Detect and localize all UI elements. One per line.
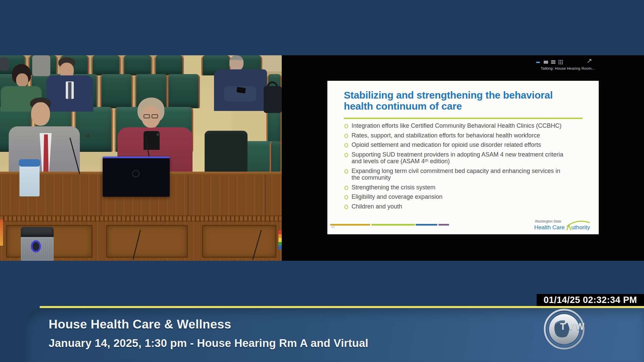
phone-man-head bbox=[229, 55, 244, 71]
hca-logo-swoosh-icon bbox=[567, 220, 591, 227]
desk-panel bbox=[106, 225, 188, 258]
slide-number: 41 bbox=[331, 225, 335, 229]
audience-chair bbox=[167, 74, 200, 108]
speaker-woman-glasses-right bbox=[152, 114, 158, 118]
desk-seam bbox=[101, 175, 101, 216]
presentation-slide: Stabilizing and strengthening the behavi… bbox=[327, 81, 599, 234]
video-row: Talking: House Hearing Room... Stabilizi… bbox=[0, 55, 644, 261]
audience-chair bbox=[123, 55, 152, 75]
hca-logo-healthcare-text: Health Care bbox=[534, 224, 565, 231]
audience-chair bbox=[91, 55, 121, 75]
fullscreen-expand-icon[interactable] bbox=[586, 58, 592, 64]
slide-title-underline bbox=[344, 118, 583, 119]
slide-title: Stabilizing and strengthening the behavi… bbox=[344, 89, 580, 112]
slide-bullet-list: Integration efforts like Certified Commu… bbox=[344, 122, 569, 213]
laptop-logo bbox=[132, 170, 140, 177]
slide-bullet: Eligibility and coverage expansion bbox=[344, 193, 569, 200]
presentation-share-video: Talking: House Hearing Room... Stabilizi… bbox=[282, 55, 644, 261]
slide-accent-bar-blue bbox=[416, 224, 437, 226]
slide-bullet: Rates, support, and stabilization effort… bbox=[344, 132, 569, 139]
left-edge-object bbox=[0, 220, 3, 246]
hca-logo-name: Health Care uthority bbox=[534, 224, 590, 230]
air-purifier-grille bbox=[21, 227, 54, 237]
hearing-room-video bbox=[0, 55, 282, 261]
slide-bullet: Children and youth bbox=[344, 203, 569, 210]
tvw-logo-text: TVW bbox=[560, 322, 586, 332]
microphone-tip bbox=[156, 133, 159, 136]
slide-bullet: Integration efforts like Certified Commu… bbox=[344, 122, 569, 129]
timestamp-overlay: 01/14/25 02:32:34 PM bbox=[537, 294, 644, 306]
slide-bullet: Supporting SUD treatment providers in ad… bbox=[344, 151, 569, 165]
slide-accent-bar-lime bbox=[371, 224, 415, 226]
active-view-dash-icon[interactable] bbox=[536, 62, 540, 63]
broadcast-frame: Talking: House Hearing Room... Stabilizi… bbox=[0, 0, 644, 362]
audience-woman-face bbox=[16, 73, 28, 87]
hca-logo: Washington State Health Care uthority bbox=[534, 220, 590, 230]
speaker-woman-glasses-left bbox=[144, 114, 150, 118]
rainbow-cup bbox=[278, 230, 282, 250]
audience-person-head bbox=[0, 57, 9, 71]
speaker-man-tie bbox=[43, 134, 49, 174]
desk-panel bbox=[202, 225, 276, 258]
tvw-logo: TVW bbox=[543, 308, 600, 353]
split-view-icon-bar2 bbox=[551, 62, 555, 64]
grid-view-icon[interactable] bbox=[558, 60, 563, 64]
talking-indicator-label: Talking: House Hearing Room... bbox=[541, 66, 595, 70]
view-controls bbox=[536, 59, 603, 66]
desk-seam bbox=[188, 175, 189, 216]
desk-molding bbox=[0, 216, 282, 222]
audience-chair bbox=[154, 55, 184, 75]
committee-title: House Health Care & Wellness bbox=[49, 317, 231, 331]
timestamp-text: 01/14/25 02:32:34 PM bbox=[544, 295, 637, 305]
speaker-man-face bbox=[31, 102, 50, 126]
slide-accent-bar-gold bbox=[330, 224, 370, 226]
phone bbox=[236, 87, 246, 93]
split-view-icon[interactable] bbox=[551, 60, 555, 62]
slide-bullet: Expanding long term civil commitment bed… bbox=[344, 168, 569, 181]
audience-chair bbox=[100, 74, 133, 108]
slide-bullet: Opioid settlement and medication for opi… bbox=[344, 141, 569, 148]
desk-seam bbox=[265, 175, 266, 216]
session-datetime-location: January 14, 2025, 1:30 pm - House Hearin… bbox=[49, 337, 368, 350]
slide-accent-bar-purple bbox=[438, 224, 449, 226]
microphone-tip bbox=[87, 134, 90, 137]
audience-man-tie bbox=[68, 82, 71, 99]
audience-person-standing bbox=[32, 55, 50, 76]
slide-bullet: Strengthening the crisis system bbox=[344, 184, 569, 191]
water-pitcher-lid bbox=[19, 159, 40, 167]
audience-chair bbox=[74, 107, 113, 152]
bag bbox=[264, 86, 282, 113]
air-purifier-dots bbox=[22, 239, 52, 260]
speaker-view-icon[interactable] bbox=[544, 61, 548, 64]
